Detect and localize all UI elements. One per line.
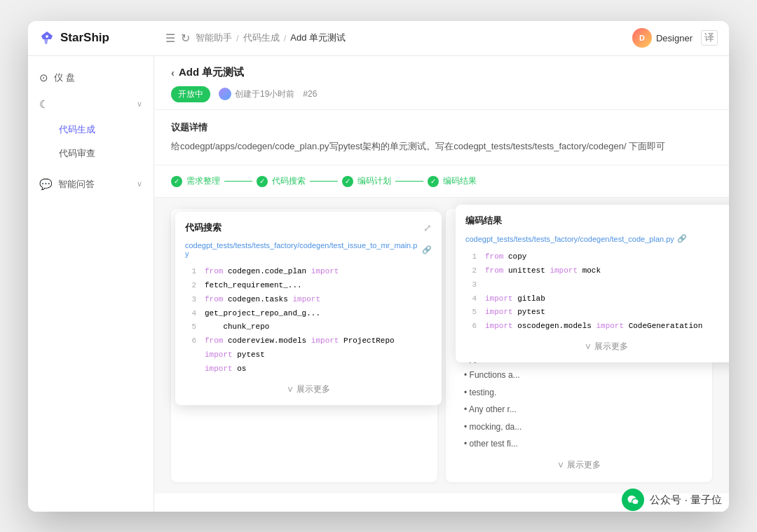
progress-steps: ✓ 需求整理 ✓ 代码搜索 ✓ 编码计划 ✓ [154, 165, 729, 198]
sidebar-label-dashboard: 仪 盘 [54, 71, 142, 84]
cs-code-4: from codereview.models import ProjectRep… [205, 334, 432, 348]
cs-code-2: from codegen.tasks import get_project_re… [205, 293, 432, 321]
issue-detail-section: 议题详情 给codegpt/apps/codegen/code_plan.py写… [154, 110, 729, 166]
step-line-2 [310, 181, 338, 182]
sidebar-label-qa: 智能问答 [58, 178, 131, 191]
svg-point-0 [46, 35, 48, 38]
status-badge: 开放中 [171, 86, 210, 102]
creator-text: 创建于19小时前 [235, 88, 294, 100]
qa-icon: 💬 [39, 178, 53, 191]
issue-detail-title: 议题详情 [171, 121, 712, 134]
cs-expand-icon[interactable]: ⤢ [423, 222, 432, 233]
page-title: Add 单元测试 [179, 66, 244, 79]
breadcrumb-sep-2: / [284, 33, 287, 43]
step-label-1: 需求整理 [186, 175, 220, 187]
step-codingresult: ✓ 编码结果 [428, 175, 477, 187]
issue-meta: 开放中 创建于19小时前 #26 [171, 86, 712, 102]
bottom-brand: 公众号 · 量子位 [622, 489, 722, 511]
creator-avatar [219, 88, 231, 100]
step-label-3: 编码计划 [357, 175, 391, 187]
plan-bullet-7: mocking, da... [464, 420, 702, 434]
cr-line-content: from copy from unittest import mock impo… [485, 250, 729, 334]
back-arrow-icon: ‹ [171, 67, 175, 79]
step-line-1 [224, 181, 252, 182]
sidebar-sub-tools: 代码生成 代码审查 [28, 118, 154, 165]
menu-icon[interactable]: ☰ [165, 32, 175, 45]
cr-code-3 [485, 278, 729, 292]
avatar: D [632, 28, 652, 48]
cs-code-6: import os [205, 362, 432, 376]
user-avatar-button[interactable]: D Designer [632, 28, 693, 48]
wechat-icon [622, 489, 644, 511]
cr-show-more[interactable]: ∨ 展示更多 [465, 341, 729, 353]
sidebar-item-tools[interactable]: ☾ ∨ [28, 91, 154, 118]
cs-panel-header: 代码搜索 ⤢ [185, 221, 432, 234]
logo-icon [39, 30, 55, 46]
plan-bullet-6: Any other r... [464, 402, 702, 416]
plan-show-more[interactable]: ∨ 展示更多 [456, 458, 702, 472]
page-header: ‹ Add 单元测试 开放中 创建于19小时前 #26 [154, 56, 729, 110]
top-actions: D Designer 译 [632, 28, 718, 48]
top-nav: ☰ ↻ 智能助手 / 代码生成 / Add 单元测试 [165, 32, 632, 45]
refresh-icon[interactable]: ↻ [181, 32, 190, 45]
sidebar-item-codereview[interactable]: 代码审查 [48, 142, 154, 165]
main-layout: ⊙ 仪 盘 ☾ ∨ 代码生成 代码审查 💬 智能问答 ∨ [28, 56, 729, 512]
creator-info: 创建于19小时前 [219, 88, 294, 100]
cs-line-numbers: 123456 [185, 265, 196, 376]
cr-code-6: import oscodegen.models import CodeGener… [485, 320, 729, 334]
cs-file-link[interactable]: codegpt_tests/tests/tests_factory/codege… [185, 241, 432, 258]
cs-code-1: from codegen.code_plan import fetch_requ… [205, 265, 432, 293]
cr-code-1: from copy [485, 250, 729, 264]
cs-show-more[interactable]: ∨ 展示更多 [185, 383, 432, 395]
panels-container: 需求摘要 ⤢ 给codegpt/apps/codegen/code_plan.p… [154, 198, 729, 493]
cr-file-path: codegpt_tests/tests/tests_factory/codege… [465, 235, 674, 243]
step-check-3: ✓ [342, 176, 353, 187]
step-line-3 [395, 181, 423, 182]
top-bar: StarShip ☰ ↻ 智能助手 / 代码生成 / Add 单元测试 D De… [28, 21, 729, 56]
cs-code-block: 123456 from codegen.code_plan import fet… [185, 265, 432, 376]
cr-code-block: 123456 from copy from unittest import mo… [465, 250, 729, 334]
step-check-4: ✓ [428, 176, 439, 187]
link-icon: 🔗 [422, 245, 432, 254]
issue-id: #26 [303, 89, 317, 99]
sidebar-item-qa[interactable]: 💬 智能问答 ∨ [28, 171, 154, 198]
step-requirement: ✓ 需求整理 [171, 175, 220, 187]
code-search-panel: 代码搜索 ⤢ codegpt_tests/tests/tests_factory… [175, 212, 442, 404]
content-inner: ‹ Add 单元测试 开放中 创建于19小时前 #26 议题详情 [154, 56, 729, 512]
sidebar-item-codegen[interactable]: 代码生成 [48, 118, 154, 142]
coding-result-panel: 编码结果 ⤢ codegpt_tests/tests/tests_factory… [456, 205, 729, 362]
translate-icon[interactable]: 译 [701, 30, 718, 46]
cs-line-content: from codegen.code_plan import fetch_requ… [205, 265, 432, 376]
step-check-2: ✓ [257, 176, 268, 187]
cr-panel-title: 编码结果 [465, 214, 502, 227]
content-area: ‹ Add 单元测试 开放中 创建于19小时前 #26 议题详情 [154, 56, 729, 512]
username-label: Designer [656, 33, 693, 43]
plan-bullet-8: other test fi... [464, 437, 702, 451]
plan-bullet-4: Functions a... [464, 368, 702, 382]
brand-label: 公众号 · 量子位 [650, 493, 722, 507]
logo-area: StarShip [39, 30, 165, 46]
qa-arrow: ∨ [137, 179, 142, 189]
sidebar-item-dashboard[interactable]: ⊙ 仪 盘 [28, 64, 154, 91]
sidebar: ⊙ 仪 盘 ☾ ∨ 代码生成 代码审查 💬 智能问答 ∨ [28, 56, 154, 512]
cr-panel-header: 编码结果 ⤢ [465, 214, 729, 227]
cr-file-link[interactable]: codegpt_tests/tests/tests_factory/codege… [465, 234, 729, 243]
breadcrumb-sep-1: / [236, 33, 239, 43]
cs-code-3: chunk_repo [205, 320, 432, 334]
breadcrumb-item-1[interactable]: 智能助手 [196, 32, 232, 44]
back-link[interactable]: ‹ Add 单元测试 [171, 66, 712, 79]
breadcrumb: 智能助手 / 代码生成 / Add 单元测试 [196, 32, 346, 44]
dashboard-icon: ⊙ [39, 71, 48, 84]
tools-arrow: ∨ [137, 100, 142, 109]
step-check-1: ✓ [171, 176, 182, 187]
cr-link-icon: 🔗 [677, 234, 687, 243]
step-codingplan: ✓ 编码计划 [342, 175, 391, 187]
cr-code-2: from unittest import mock [485, 264, 729, 278]
cs-file-path: codegpt_tests/tests/tests_factory/codege… [185, 241, 419, 258]
cr-line-numbers: 123456 [465, 250, 477, 334]
step-label-2: 代码搜索 [272, 175, 306, 187]
tools-icon: ☾ [39, 98, 48, 111]
issue-desc: 给codegpt/apps/codegen/code_plan.py写pytes… [171, 139, 712, 154]
breadcrumb-item-2[interactable]: 代码生成 [243, 32, 280, 44]
codereview-label: 代码审查 [59, 147, 95, 160]
